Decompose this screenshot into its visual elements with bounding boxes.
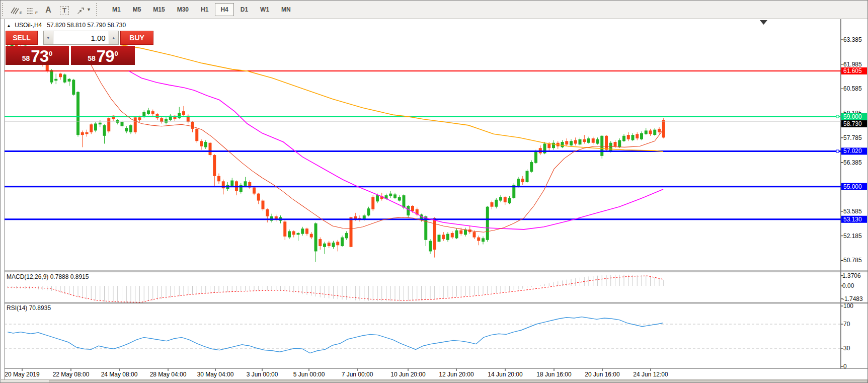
- rsi-label: RSI(14) 70.8935: [7, 304, 51, 312]
- x-axis-date-label: 28 May 04:00: [150, 371, 187, 378]
- x-axis-date-label: 22 May 08:00: [53, 371, 90, 378]
- x-axis-date-label: 3 Jun 00:00: [247, 371, 278, 378]
- y-tick-label: 63.385: [843, 36, 862, 43]
- macd-tick-label: 0.00: [842, 282, 854, 289]
- hatch-lines-icon: [10, 6, 19, 15]
- price-tag-text: 55.000: [843, 183, 862, 190]
- timeframe-button-d1[interactable]: D1: [235, 3, 254, 16]
- macd-signal-line: [8, 276, 663, 302]
- macd-tick-label: -1.7483: [842, 295, 863, 302]
- timeframe-button-h4[interactable]: H4: [215, 3, 233, 16]
- x-axis-date-label: 12 Jun 20:00: [439, 371, 474, 378]
- rsi-tick-label: 70: [843, 321, 850, 328]
- tool-sub-label: F: [35, 11, 38, 15]
- y-tick-label: 57.785: [843, 134, 862, 141]
- rsi-tick-label: 30: [843, 345, 850, 352]
- timeframe-button-mn[interactable]: MN: [276, 3, 296, 16]
- price-tag-text: 58.730: [843, 120, 862, 127]
- text-label-tool-button[interactable]: A: [40, 3, 56, 17]
- x-axis-date-label: 14 Jun 20:00: [488, 371, 523, 378]
- text-box-icon: T: [60, 6, 69, 15]
- line-handle[interactable]: [836, 115, 839, 118]
- line-handle[interactable]: [836, 150, 839, 152]
- timeframe-button-m5[interactable]: M5: [127, 3, 147, 16]
- y-tick-label: 61.985: [843, 61, 862, 68]
- ma-fast-red[interactable]: [91, 65, 663, 232]
- timeframe-button-h1[interactable]: H1: [195, 3, 214, 16]
- price-tag-text: 57.020: [843, 147, 862, 155]
- y-tick-label: 60.585: [843, 85, 862, 92]
- x-axis-date-label: 20 May 2019: [5, 371, 40, 378]
- sell-big-figure: 58: [22, 53, 30, 64]
- toolbar-grip[interactable]: [96, 3, 101, 16]
- volume-decrease-button[interactable]: ▼: [43, 31, 53, 45]
- timeframe-toolbar: M1M5M15M30H1H4D1W1MN: [106, 3, 297, 16]
- timeframe-button-w1[interactable]: W1: [255, 3, 275, 16]
- price-tag-text: 61.605: [843, 67, 862, 74]
- volume-increase-button[interactable]: ▲: [109, 31, 119, 45]
- buy-price-display[interactable]: 58 79 0: [71, 46, 135, 65]
- x-axis-date-label: 10 Jun 20:00: [390, 371, 426, 378]
- sell-price-display[interactable]: 58 73 0: [6, 46, 69, 65]
- price-tag-text: 59.000: [843, 113, 862, 120]
- chart-shift-marker[interactable]: [760, 20, 767, 25]
- grid-dots-icon: [27, 7, 35, 15]
- timeframe-button-m30[interactable]: M30: [172, 3, 194, 16]
- x-axis-date-label: 5 Jun 00:00: [293, 371, 325, 378]
- x-axis-date-label: 30 May 04:00: [197, 371, 234, 378]
- text-box-tool-button[interactable]: T: [56, 3, 72, 17]
- sell-price-main: 73: [31, 49, 48, 64]
- rsi-tick-label: 100: [843, 302, 853, 310]
- buy-button[interactable]: BUY: [120, 31, 153, 45]
- y-tick-label: 56.385: [843, 159, 862, 166]
- text-label-icon: A: [45, 5, 51, 15]
- tool-sub-label: E: [20, 11, 22, 15]
- y-tick-label: 53.585: [843, 208, 862, 215]
- y-tick-label: 52.185: [843, 233, 862, 240]
- horizontal-scrollbar[interactable]: [1, 379, 868, 383]
- toolbar: E F A T ▼ M1M5M15M30H1H4D1W1MN: [1, 1, 868, 19]
- x-axis-date-label: 24 Jun 12:00: [633, 371, 668, 378]
- buy-price-pip: 0: [115, 44, 118, 64]
- collapse-arrow-icon: ▲: [7, 23, 11, 28]
- arrow-objects-icon: [76, 7, 85, 15]
- sell-price-pip: 0: [49, 44, 52, 64]
- x-axis-date-label: 18 Jun 16:00: [536, 371, 572, 378]
- ohlc-values-label: 57.820 58.810 57.790 58.730: [47, 22, 126, 29]
- one-click-trading-panel: SELL ▼ ▲ BUY 58 73 0 58 79 0: [6, 31, 153, 65]
- toolbar-grip[interactable]: [2, 3, 7, 16]
- grid-tool-button[interactable]: F: [24, 3, 40, 17]
- ma-slow-orange[interactable]: [120, 45, 663, 151]
- arrows-tool-button[interactable]: ▼: [72, 3, 95, 17]
- buy-big-figure: 58: [88, 53, 96, 64]
- macd-tick-label: 1.3706: [842, 272, 861, 279]
- timeframe-button-m1[interactable]: M1: [107, 3, 126, 16]
- buy-price-main: 79: [97, 49, 114, 64]
- x-axis-date-label: 20 Jun 16:00: [585, 371, 620, 378]
- rsi-line: [8, 317, 663, 353]
- chevron-down-icon: ▼: [87, 7, 91, 12]
- x-axis-date-label: 7 Jun 00:00: [342, 371, 373, 378]
- price-tag-text: 53.130: [843, 216, 862, 223]
- y-tick-label: 50.785: [843, 257, 862, 264]
- scrollbar-thumb[interactable]: [49, 380, 867, 383]
- x-axis-date-label: 24 May 08:00: [101, 371, 138, 378]
- volume-input[interactable]: [53, 31, 109, 45]
- rsi-tick-label: 0: [843, 363, 847, 370]
- mt4-window: 63.38561.98560.58559.18557.78556.38554.9…: [0, 0, 868, 383]
- line-studies-tool-button[interactable]: E: [8, 3, 24, 17]
- macd-histogram: [8, 275, 664, 302]
- chart-title: ▲ USOil-,H4 57.820 58.810 57.790 58.730: [7, 22, 126, 29]
- timeframe-button-m15[interactable]: M15: [147, 3, 170, 16]
- sell-button[interactable]: SELL: [6, 31, 38, 45]
- macd-label: MACD(12,26,9) 0.7888 0.8915: [7, 273, 89, 280]
- symbol-period-label: USOil-,H4: [15, 22, 42, 29]
